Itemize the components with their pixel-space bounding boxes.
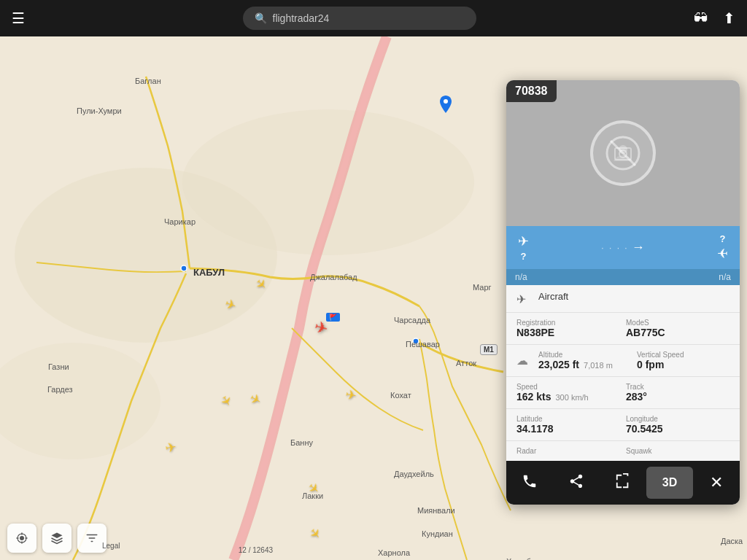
dest-plane-icon: ✈ <box>717 246 728 262</box>
na-right: n/a <box>719 272 731 282</box>
route-arrow: → <box>632 240 645 255</box>
radar-label: Radar <box>516 447 620 455</box>
resize-icon <box>615 473 631 493</box>
altitude-label: Altitude <box>538 351 631 359</box>
location-button[interactable] <box>7 524 36 553</box>
3d-button[interactable]: 3D <box>646 467 693 499</box>
na-left: n/a <box>515 272 527 282</box>
origin-plane-icon: ✈ <box>518 233 529 249</box>
track-value: 283° <box>626 391 729 402</box>
speed-label: Speed <box>516 383 620 391</box>
longitude-value: 70.5425 <box>626 423 729 435</box>
close-icon: ✕ <box>704 473 729 492</box>
map-counter: 12 / 12643 <box>239 546 273 554</box>
altitude-field: Altitude 23,025 ft 7,018 m <box>538 351 631 370</box>
action-bar: 3D ✕ <box>506 461 740 505</box>
share-icon[interactable]: ⬆ <box>723 9 735 27</box>
search-bar[interactable]: 🔍 flightradar24 <box>243 7 476 30</box>
speed-value: 162 kts <box>516 391 551 402</box>
map[interactable]: Баглан Пули-Хумри Чарикар КАБУЛ Гардез Г… <box>0 36 747 560</box>
aircraft-content: Aircraft <box>538 291 729 302</box>
search-icon: 🔍 <box>255 12 267 24</box>
topbar: ☰ 🔍 flightradar24 🕶 ⬆ <box>0 0 747 36</box>
radar-grid: Radar Squawk <box>506 441 740 461</box>
modes-value: AB775C <box>626 327 729 338</box>
legal-text[interactable]: Legal <box>102 542 120 550</box>
route-middle: · · · · → <box>529 240 717 255</box>
aircraft-title: Aircraft <box>538 291 729 302</box>
search-text: flightradar24 <box>273 12 330 24</box>
route-bar: ✈ ? · · · · → ? ✈ <box>506 226 740 269</box>
vertical-speed-field: Vertical Speed 0 fpm <box>637 351 729 370</box>
registration-grid: Registration N838PE ModeS AB775C <box>506 313 740 345</box>
radar-field: Radar <box>516 447 620 455</box>
svg-point-6 <box>444 99 448 104</box>
origin-endpoint: ✈ ? <box>518 233 529 262</box>
info-rows: ✈ Aircraft Registration N838PE ModeS AB7… <box>506 285 740 461</box>
track-label: Track <box>626 383 729 391</box>
latitude-value: 34.1178 <box>516 423 620 435</box>
3d-label: 3D <box>662 476 677 489</box>
altitude-row: ☁ Altitude 23,025 ft 7,018 m Vertical Sp… <box>506 345 740 377</box>
track-field: Track 283° <box>626 383 729 402</box>
dest-endpoint: ? ✈ <box>717 233 728 262</box>
registration-value: N838PE <box>516 327 620 338</box>
vertical-speed-label: Vertical Speed <box>637 351 729 359</box>
squawk-label: Squawk <box>626 447 729 455</box>
flight-panel: 70838 ✈ ? · · · · → <box>506 80 740 505</box>
call-button[interactable] <box>506 467 553 499</box>
speed-secondary: 300 km/h <box>555 393 588 402</box>
resize-button[interactable] <box>600 467 646 499</box>
menu-icon[interactable]: ☰ <box>12 9 25 27</box>
longitude-label: Longitude <box>626 415 729 423</box>
speed-grid: Speed 162 kts 300 km/h Track 283° <box>506 377 740 409</box>
longitude-field: Longitude 70.5425 <box>626 415 729 435</box>
share-action-icon <box>568 473 584 493</box>
coords-grid: Latitude 34.1178 Longitude 70.5425 <box>506 409 740 441</box>
aircraft-section: ✈ Aircraft <box>506 285 740 313</box>
share-action-button[interactable] <box>553 467 600 499</box>
latitude-label: Latitude <box>516 415 620 423</box>
close-button[interactable]: ✕ <box>693 467 740 499</box>
svg-point-8 <box>20 536 24 540</box>
squawk-field: Squawk <box>626 447 729 455</box>
registration-field: Registration N838PE <box>516 319 620 338</box>
altitude-secondary: 7,018 m <box>584 361 613 370</box>
binoculars-icon[interactable]: 🕶 <box>694 10 708 27</box>
panel-image: 70838 <box>506 80 740 226</box>
highway-m1: M1 <box>480 344 498 355</box>
top-icons: 🕶 ⬆ <box>694 9 735 27</box>
dest-code: ? <box>720 233 726 244</box>
flight-id-badge: 70838 <box>506 80 557 102</box>
map-controls <box>7 524 107 553</box>
call-icon <box>522 473 538 493</box>
layers-button[interactable] <box>42 524 71 553</box>
modes-field: ModeS AB775C <box>626 319 729 338</box>
svg-point-5 <box>413 338 419 344</box>
cloud-icon: ☁ <box>516 354 531 368</box>
latitude-field: Latitude 34.1178 <box>516 415 620 435</box>
registration-label: Registration <box>516 319 620 327</box>
origin-code: ? <box>521 251 527 262</box>
aircraft-icon: ✈ <box>516 292 531 306</box>
speed-field: Speed 162 kts 300 km/h <box>516 383 620 402</box>
svg-point-4 <box>181 265 187 271</box>
modes-label: ModeS <box>626 319 729 327</box>
na-bar: n/a n/a <box>506 269 740 285</box>
vertical-speed-value: 0 fpm <box>637 359 729 370</box>
altitude-value: 23,025 ft <box>538 359 579 370</box>
map-pin-1[interactable] <box>438 96 453 113</box>
selected-plane[interactable]: ✈ 🚩 <box>314 319 328 338</box>
no-photo-icon <box>590 120 656 186</box>
route-dots: · · · · <box>601 243 628 253</box>
